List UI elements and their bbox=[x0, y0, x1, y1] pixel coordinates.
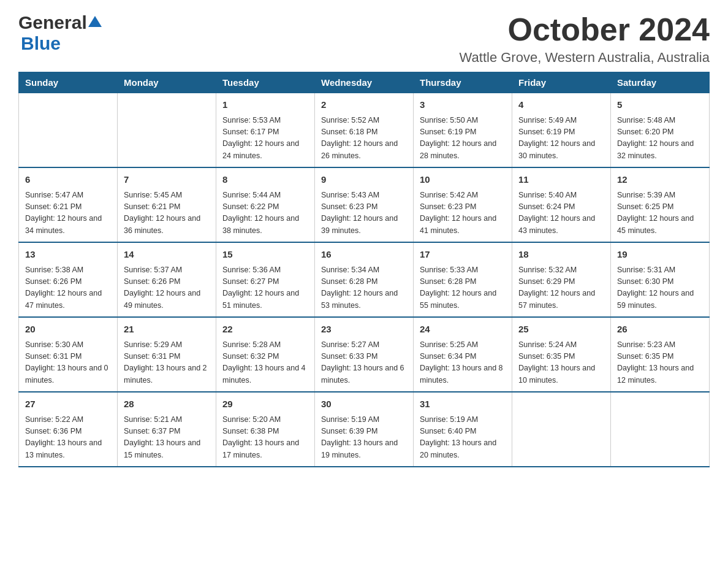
col-header-monday: Monday bbox=[118, 72, 216, 93]
day-number: 2 bbox=[321, 98, 407, 112]
calendar-cell: 10Sunrise: 5:42 AMSunset: 6:23 PMDayligh… bbox=[414, 167, 512, 242]
day-info: Sunrise: 5:33 AMSunset: 6:28 PMDaylight:… bbox=[420, 264, 506, 312]
month-title: October 2024 bbox=[460, 12, 710, 47]
day-info: Sunrise: 5:49 AMSunset: 6:19 PMDaylight:… bbox=[518, 115, 604, 163]
day-info: Sunrise: 5:50 AMSunset: 6:19 PMDaylight:… bbox=[420, 115, 506, 163]
day-number: 30 bbox=[321, 397, 407, 412]
day-info: Sunrise: 5:23 AMSunset: 6:35 PMDaylight:… bbox=[617, 339, 703, 387]
logo-general-text: General bbox=[18, 12, 87, 33]
day-info: Sunrise: 5:44 AMSunset: 6:22 PMDaylight:… bbox=[222, 190, 308, 237]
day-number: 28 bbox=[124, 397, 210, 412]
title-section: October 2024 Wattle Grove, Western Austr… bbox=[460, 12, 710, 66]
day-info: Sunrise: 5:43 AMSunset: 6:23 PMDaylight:… bbox=[321, 190, 407, 237]
calendar-cell: 11Sunrise: 5:40 AMSunset: 6:24 PMDayligh… bbox=[512, 167, 611, 242]
day-number: 29 bbox=[222, 397, 308, 412]
calendar-cell: 17Sunrise: 5:33 AMSunset: 6:28 PMDayligh… bbox=[414, 242, 512, 317]
day-info: Sunrise: 5:53 AMSunset: 6:17 PMDaylight:… bbox=[222, 115, 308, 163]
calendar-cell: 9Sunrise: 5:43 AMSunset: 6:23 PMDaylight… bbox=[315, 167, 414, 242]
calendar-cell: 25Sunrise: 5:24 AMSunset: 6:35 PMDayligh… bbox=[512, 317, 611, 392]
day-number: 27 bbox=[25, 397, 111, 412]
day-number: 7 bbox=[124, 173, 210, 187]
day-number: 15 bbox=[222, 248, 308, 262]
calendar-cell: 27Sunrise: 5:22 AMSunset: 6:36 PMDayligh… bbox=[19, 392, 118, 467]
day-number: 23 bbox=[321, 323, 407, 337]
days-of-week-row: SundayMondayTuesdayWednesdayThursdayFrid… bbox=[19, 72, 710, 93]
week-row-2: 6Sunrise: 5:47 AMSunset: 6:21 PMDaylight… bbox=[19, 167, 710, 242]
calendar-cell: 5Sunrise: 5:48 AMSunset: 6:20 PMDaylight… bbox=[611, 93, 710, 168]
calendar-cell: 28Sunrise: 5:21 AMSunset: 6:37 PMDayligh… bbox=[118, 392, 216, 467]
svg-marker-0 bbox=[88, 16, 102, 27]
col-header-saturday: Saturday bbox=[611, 72, 710, 93]
col-header-wednesday: Wednesday bbox=[315, 72, 414, 93]
day-number: 13 bbox=[25, 248, 111, 262]
day-info: Sunrise: 5:27 AMSunset: 6:33 PMDaylight:… bbox=[321, 339, 407, 387]
day-number: 19 bbox=[617, 248, 703, 262]
calendar-cell: 12Sunrise: 5:39 AMSunset: 6:25 PMDayligh… bbox=[611, 167, 710, 242]
logo-triangle-icon bbox=[88, 15, 102, 28]
calendar-header: SundayMondayTuesdayWednesdayThursdayFrid… bbox=[19, 72, 710, 93]
calendar-cell: 26Sunrise: 5:23 AMSunset: 6:35 PMDayligh… bbox=[611, 317, 710, 392]
calendar-table: SundayMondayTuesdayWednesdayThursdayFrid… bbox=[18, 72, 710, 467]
col-header-tuesday: Tuesday bbox=[216, 72, 315, 93]
day-info: Sunrise: 5:39 AMSunset: 6:25 PMDaylight:… bbox=[617, 190, 703, 237]
calendar-cell: 31Sunrise: 5:19 AMSunset: 6:40 PMDayligh… bbox=[414, 392, 512, 467]
calendar-cell: 20Sunrise: 5:30 AMSunset: 6:31 PMDayligh… bbox=[19, 317, 118, 392]
day-number: 20 bbox=[25, 323, 111, 337]
day-info: Sunrise: 5:40 AMSunset: 6:24 PMDaylight:… bbox=[518, 190, 604, 237]
page-header: General Blue October 2024 Wattle Grove, … bbox=[18, 12, 710, 66]
day-number: 21 bbox=[124, 323, 210, 337]
day-info: Sunrise: 5:45 AMSunset: 6:21 PMDaylight:… bbox=[124, 190, 210, 237]
day-info: Sunrise: 5:22 AMSunset: 6:36 PMDaylight:… bbox=[25, 414, 111, 462]
calendar-cell: 30Sunrise: 5:19 AMSunset: 6:39 PMDayligh… bbox=[315, 392, 414, 467]
week-row-5: 27Sunrise: 5:22 AMSunset: 6:36 PMDayligh… bbox=[19, 392, 710, 467]
day-number: 1 bbox=[222, 98, 308, 112]
day-number: 31 bbox=[420, 397, 506, 412]
calendar-cell: 24Sunrise: 5:25 AMSunset: 6:34 PMDayligh… bbox=[414, 317, 512, 392]
day-info: Sunrise: 5:28 AMSunset: 6:32 PMDaylight:… bbox=[222, 339, 308, 387]
day-info: Sunrise: 5:36 AMSunset: 6:27 PMDaylight:… bbox=[222, 264, 308, 312]
calendar-cell bbox=[611, 392, 710, 467]
day-number: 18 bbox=[518, 248, 604, 262]
calendar-cell: 2Sunrise: 5:52 AMSunset: 6:18 PMDaylight… bbox=[315, 93, 414, 168]
calendar-cell: 22Sunrise: 5:28 AMSunset: 6:32 PMDayligh… bbox=[216, 317, 315, 392]
calendar-cell bbox=[512, 392, 611, 467]
day-number: 16 bbox=[321, 248, 407, 262]
day-info: Sunrise: 5:37 AMSunset: 6:26 PMDaylight:… bbox=[124, 264, 210, 312]
day-info: Sunrise: 5:24 AMSunset: 6:35 PMDaylight:… bbox=[518, 339, 604, 387]
calendar-cell: 29Sunrise: 5:20 AMSunset: 6:38 PMDayligh… bbox=[216, 392, 315, 467]
calendar-cell: 6Sunrise: 5:47 AMSunset: 6:21 PMDaylight… bbox=[19, 167, 118, 242]
calendar-cell: 19Sunrise: 5:31 AMSunset: 6:30 PMDayligh… bbox=[611, 242, 710, 317]
day-info: Sunrise: 5:29 AMSunset: 6:31 PMDaylight:… bbox=[124, 339, 210, 387]
day-info: Sunrise: 5:25 AMSunset: 6:34 PMDaylight:… bbox=[420, 339, 506, 387]
day-number: 12 bbox=[617, 173, 703, 187]
calendar-cell: 16Sunrise: 5:34 AMSunset: 6:28 PMDayligh… bbox=[315, 242, 414, 317]
col-header-friday: Friday bbox=[512, 72, 611, 93]
day-info: Sunrise: 5:34 AMSunset: 6:28 PMDaylight:… bbox=[321, 264, 407, 312]
calendar-cell: 13Sunrise: 5:38 AMSunset: 6:26 PMDayligh… bbox=[19, 242, 118, 317]
col-header-sunday: Sunday bbox=[19, 72, 118, 93]
col-header-thursday: Thursday bbox=[414, 72, 512, 93]
day-info: Sunrise: 5:38 AMSunset: 6:26 PMDaylight:… bbox=[25, 264, 111, 312]
day-info: Sunrise: 5:20 AMSunset: 6:38 PMDaylight:… bbox=[222, 414, 308, 462]
day-info: Sunrise: 5:47 AMSunset: 6:21 PMDaylight:… bbox=[25, 190, 111, 237]
day-number: 4 bbox=[518, 98, 604, 112]
calendar-cell: 4Sunrise: 5:49 AMSunset: 6:19 PMDaylight… bbox=[512, 93, 611, 168]
day-number: 3 bbox=[420, 98, 506, 112]
week-row-4: 20Sunrise: 5:30 AMSunset: 6:31 PMDayligh… bbox=[19, 317, 710, 392]
day-number: 24 bbox=[420, 323, 506, 337]
day-number: 10 bbox=[420, 173, 506, 187]
day-number: 26 bbox=[617, 323, 703, 337]
day-number: 11 bbox=[518, 173, 604, 187]
calendar-cell: 18Sunrise: 5:32 AMSunset: 6:29 PMDayligh… bbox=[512, 242, 611, 317]
day-number: 25 bbox=[518, 323, 604, 337]
day-info: Sunrise: 5:32 AMSunset: 6:29 PMDaylight:… bbox=[518, 264, 604, 312]
day-info: Sunrise: 5:19 AMSunset: 6:40 PMDaylight:… bbox=[420, 414, 506, 462]
calendar-cell: 1Sunrise: 5:53 AMSunset: 6:17 PMDaylight… bbox=[216, 93, 315, 168]
week-row-1: 1Sunrise: 5:53 AMSunset: 6:17 PMDaylight… bbox=[19, 93, 710, 168]
day-number: 17 bbox=[420, 248, 506, 262]
calendar-cell: 14Sunrise: 5:37 AMSunset: 6:26 PMDayligh… bbox=[118, 242, 216, 317]
calendar-cell: 15Sunrise: 5:36 AMSunset: 6:27 PMDayligh… bbox=[216, 242, 315, 317]
calendar-body: 1Sunrise: 5:53 AMSunset: 6:17 PMDaylight… bbox=[19, 93, 710, 467]
location-title: Wattle Grove, Western Australia, Austral… bbox=[460, 50, 710, 66]
calendar-cell: 3Sunrise: 5:50 AMSunset: 6:19 PMDaylight… bbox=[414, 93, 512, 168]
